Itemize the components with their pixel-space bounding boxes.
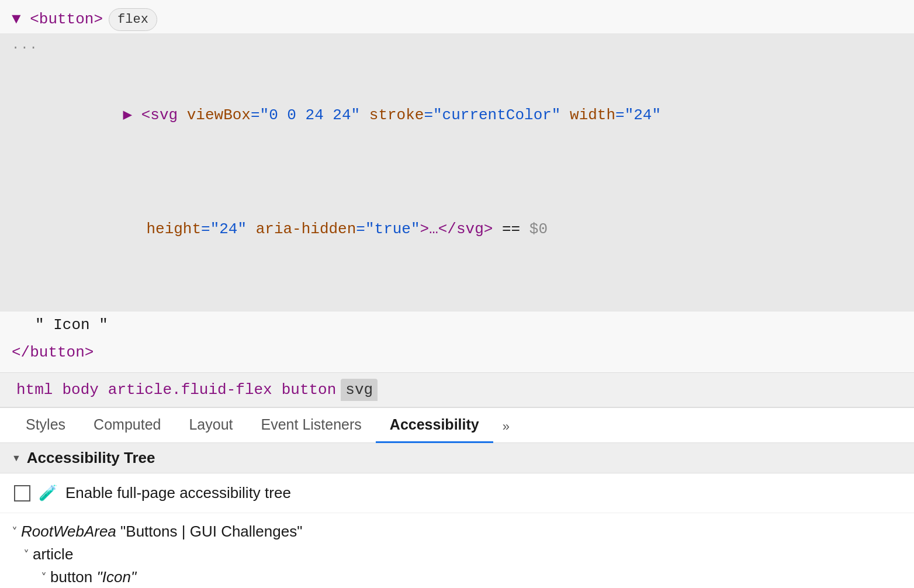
root-web-area-label: RootWebArea "Buttons | GUI Challenges" [21, 523, 302, 541]
main-content: ▼ Accessibility Tree 🧪 Enable full-page … [0, 443, 914, 588]
chevron-article[interactable]: ˅ [23, 548, 29, 562]
breadcrumb-body[interactable]: body [57, 379, 103, 401]
button-open-tag: ▼ <button> [12, 8, 103, 31]
flask-icon: 🧪 [39, 484, 57, 502]
enable-checkbox[interactable] [14, 485, 30, 501]
tabs-bar: Styles Computed Layout Event Listeners A… [0, 408, 914, 443]
svg-chevron: ▶ <svg [123, 106, 186, 124]
breadcrumb-article[interactable]: article.fluid-flex [103, 379, 277, 401]
chevron-root[interactable]: ˅ [12, 525, 18, 539]
triangle-down-icon: ▼ [12, 453, 21, 464]
dom-line-svg[interactable]: ... ▶ <svg viewBox="0 0 24 24" stroke="c… [0, 33, 914, 312]
svg-close: >…</svg> [420, 220, 493, 238]
aria-hidden-val: ="true" [356, 220, 420, 238]
dollar-zero: $0 [529, 220, 548, 238]
stroke-attr: stroke [369, 106, 424, 124]
tab-computed[interactable]: Computed [79, 408, 175, 443]
dom-inspector: ▼ <button> flex ... ▶ <svg viewBox="0 0 … [0, 0, 914, 373]
tab-styles[interactable]: Styles [12, 408, 79, 443]
stroke-val: ="currentColor" [424, 106, 570, 124]
breadcrumb-svg[interactable]: svg [341, 379, 378, 401]
height-val: ="24" [201, 220, 256, 238]
tree-button-icon[interactable]: ˅ button "Icon" [41, 566, 902, 588]
dom-line-button-close[interactable]: </button> [0, 339, 914, 366]
tab-more-button[interactable]: » [493, 411, 519, 442]
width-val: ="24" [615, 106, 661, 124]
tab-accessibility[interactable]: Accessibility [376, 408, 493, 443]
tree-article[interactable]: ˅ article [23, 543, 902, 566]
height-attr: height [146, 220, 201, 238]
enable-label: Enable full-page accessibility tree [65, 484, 291, 502]
icon-text-node: " Icon " [35, 314, 108, 337]
tab-layout[interactable]: Layout [175, 408, 247, 443]
button-close-tag: </button> [12, 341, 94, 364]
tab-event-listeners[interactable]: Event Listeners [247, 408, 376, 443]
width-attr: width [570, 106, 615, 124]
dom-line-icon-text[interactable]: " Icon " [0, 312, 914, 339]
accessibility-tree-label: Accessibility Tree [27, 449, 155, 467]
viewbox-val: ="0 0 24 24" [251, 106, 369, 124]
button-icon-label: button "Icon" [50, 568, 136, 586]
equals-sign: == [493, 220, 529, 238]
enable-full-page-row[interactable]: 🧪 Enable full-page accessibility tree [0, 473, 914, 513]
breadcrumb-button[interactable]: button [277, 379, 341, 401]
tree-root-web-area[interactable]: ˅ RootWebArea "Buttons | GUI Challenges" [12, 520, 902, 543]
breadcrumb-html[interactable]: html [12, 379, 57, 401]
viewbox-attr: viewBox [187, 106, 251, 124]
aria-hidden-attr: aria-hidden [256, 220, 356, 238]
flex-badge: flex [109, 8, 157, 31]
accessibility-tree-content: ˅ RootWebArea "Buttons | GUI Challenges"… [0, 513, 914, 588]
dom-line-button-open[interactable]: ▼ <button> flex [0, 6, 914, 33]
chevron-button[interactable]: ˅ [41, 570, 47, 584]
accessibility-tree-header: ▼ Accessibility Tree [0, 443, 914, 473]
ellipsis-menu[interactable]: ... [12, 36, 39, 55]
article-label: article [33, 545, 73, 563]
breadcrumb: html body article.fluid-flex button svg [0, 373, 914, 408]
